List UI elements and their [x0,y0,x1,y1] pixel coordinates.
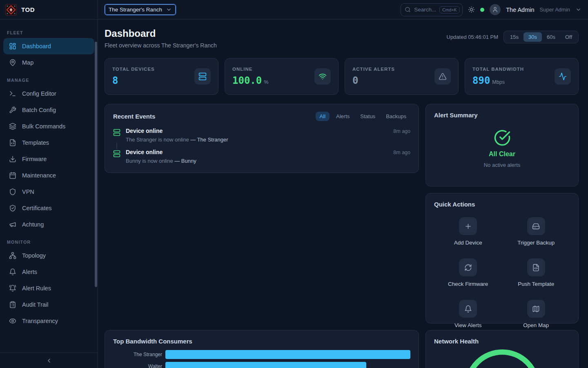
stat-value: 0 [352,75,358,86]
tab-status[interactable]: Status [356,112,379,121]
stat-icon-box [434,68,451,85]
tab-backups[interactable]: Backups [382,112,410,121]
sidebar-item-achtung[interactable]: Achtung [3,216,94,233]
sidebar-item-bulk-commands[interactable]: Bulk Commands [3,118,94,135]
sidebar-item-vpn[interactable]: VPN [3,184,94,200]
shield-icon [9,188,16,195]
sidebar-item-dashboard[interactable]: Dashboard [3,38,94,54]
layers-icon [9,123,16,130]
quick-action-check-firmware[interactable]: Check Firmware [434,258,502,287]
sidebar-item-transparency[interactable]: Transparency [3,313,94,329]
check-circle-icon [494,129,511,146]
user-role: Super Admin [540,7,570,13]
search-shortcut-badge: Cmd+K [439,6,459,13]
bandwidth-title: Top Bandwidth Consumers [113,338,192,345]
sidebar-item-batch-config[interactable]: Batch Config [3,102,94,118]
sidebar-item-map[interactable]: Map [3,54,94,71]
stat-value: 100.0 [232,75,262,86]
refresh-option-60s[interactable]: 60s [542,32,560,42]
stat-suffix: Mbps [492,79,505,85]
stat-value: 890 [472,75,490,86]
stat-card-online: ONLINE100.0% [225,58,339,95]
quick-action-open-map[interactable]: Open Map [502,300,570,328]
network-health-donut: 100 [463,348,541,368]
sidebar-item-alerts[interactable]: Alerts [3,264,94,280]
topbar-main: The Stranger's Ranch Search... Cmd+K The… [98,0,588,19]
quick-action-label: Check Firmware [448,281,488,287]
wrench-icon [9,106,16,114]
sidebar-item-audit-trail[interactable]: Audit Trail [3,296,94,313]
hard-drive-icon [532,222,540,230]
terminal-icon [9,90,16,97]
org-selector-value: The Stranger's Ranch [109,7,162,13]
event-title: Device online [126,128,228,134]
alert-status-subtext: No active alerts [484,162,521,168]
nav-section-label: FLEET [7,30,91,35]
stat-card-active-alerts: ACTIVE ALERTS0 [345,58,459,95]
sidebar-item-firmware[interactable]: Firmware [3,151,94,167]
tab-alerts[interactable]: Alerts [332,112,354,121]
refresh-interval-control: 15s30s60sOff [503,31,579,43]
sidebar-item-topology[interactable]: Topology [3,247,94,264]
stat-card-left: ONLINE100.0% [232,65,268,88]
stat-label: TOTAL DEVICES [112,67,155,72]
user-menu-chevron-icon[interactable] [575,7,581,13]
sidebar-item-templates[interactable]: Templates [3,135,94,151]
quick-action-button[interactable] [527,217,545,235]
sidebar-item-label: VPN [22,188,34,195]
sidebar-item-maintenance[interactable]: Maintenance [3,167,94,184]
sun-icon[interactable] [468,6,475,13]
quick-action-button[interactable] [459,300,477,318]
sidebar-item-certificates[interactable]: Certificates [3,200,94,216]
bandwidth-row: Walter [113,362,410,368]
quick-action-view-alerts[interactable]: View Alerts [434,300,502,328]
stat-value-row: 100.0% [232,75,268,86]
recent-events-card: Recent Events AllAlertsStatusBackups Dev… [105,104,419,173]
org-selector[interactable]: The Stranger's Ranch [105,4,176,15]
sidebar-item-label: Alerts [22,269,37,275]
quick-action-label: Push Template [518,281,554,287]
quick-action-button[interactable] [459,258,477,276]
avatar[interactable] [490,4,501,15]
quick-action-add-device[interactable]: Add Device [434,217,502,246]
stat-card-left: ACTIVE ALERTS0 [352,65,395,88]
stat-icon-box [314,68,331,85]
network-health-card: Network Health 100 [425,330,579,368]
tab-all[interactable]: All [316,112,330,121]
sidebar-scrollbar[interactable] [95,42,97,287]
quick-action-push-template[interactable]: Push Template [502,258,570,287]
bandwidth-chart: The StrangerWalter [113,350,410,368]
event-device-name: — The Stranger [190,137,228,143]
refresh-option-15s[interactable]: 15s [505,32,523,42]
user-name: The Admin [506,7,534,13]
quick-actions-card: Quick Actions Add DeviceTrigger BackupCh… [425,193,579,323]
event-body: Device onlineBunny is now online — Bunny [126,149,196,164]
refresh-option-off[interactable]: Off [560,32,577,42]
event-device-name: — Bunny [174,158,196,164]
sidebar-item-alert-rules[interactable]: Alert Rules [3,280,94,296]
alert-summary-title: Alert Summary [434,112,570,119]
quick-action-button[interactable] [527,258,545,276]
sidebar-item-label: Config Editor [22,90,56,97]
bandwidth-bar [165,362,366,368]
quick-action-trigger-backup[interactable]: Trigger Backup [502,217,570,246]
stat-card-total-devices: TOTAL DEVICES8 [105,58,218,95]
file-code-icon [9,139,16,146]
stat-label: ACTIVE ALERTS [352,67,395,72]
main-content: Dashboard Fleet overview across The Stra… [98,20,588,368]
refresh-option-30s[interactable]: 30s [523,32,542,42]
sidebar-item-label: Firmware [22,156,47,162]
quick-action-label: View Alerts [454,322,482,328]
quick-action-button[interactable] [459,217,477,235]
alert-status-text: All Clear [489,150,515,158]
plus-icon [464,222,472,230]
search-input[interactable]: Search... Cmd+K [401,3,463,16]
sidebar-item-config-editor[interactable]: Config Editor [3,85,94,102]
stat-card-left: TOTAL BANDWIDTH890Mbps [472,65,524,88]
network-icon [9,252,16,259]
event-time: 8m ago [393,149,410,164]
network-health-value: 100 [463,366,541,368]
quick-action-button[interactable] [527,300,545,318]
sidebar-collapse-button[interactable] [0,352,98,368]
event-filter-tabs: AllAlertsStatusBackups [316,112,410,121]
